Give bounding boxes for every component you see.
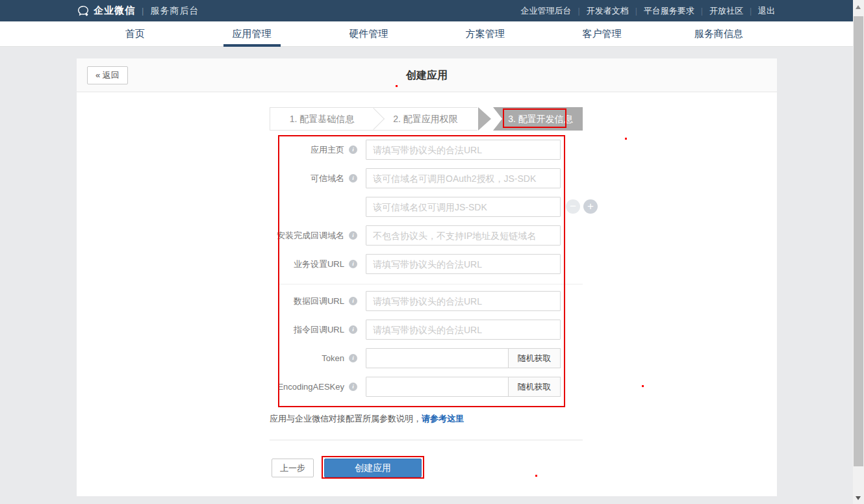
trusted-domain-input[interactable] — [366, 168, 561, 188]
brand-separator: | — [142, 6, 144, 16]
previous-step-button[interactable]: 上一步 — [272, 459, 314, 477]
aeskey-random-button[interactable]: 随机获取 — [508, 377, 561, 397]
top-link-separator: | — [750, 6, 752, 16]
form-row-install-callback-domain: 安装完成回调域名 i — [77, 225, 590, 246]
info-icon[interactable]: i — [349, 354, 357, 362]
main-nav-tabs: 首页 应用管理 硬件管理 方案管理 客户管理 服务商信息 — [77, 21, 777, 47]
tab-customer-management[interactable]: 客户管理 — [544, 21, 661, 47]
step-indicator: 1. 配置基础信息 2. 配置应用权限 3. 配置开发信息 — [270, 107, 583, 131]
top-link-developer-docs[interactable]: 开发者文档 — [587, 5, 629, 17]
tab-app-management-label: 应用管理 — [233, 28, 272, 39]
field-label: 数据回调URL — [77, 291, 344, 311]
info-icon[interactable]: i — [349, 383, 357, 391]
top-link-enterprise-admin[interactable]: 企业管理后台 — [521, 5, 572, 17]
top-link-separator: | — [578, 6, 580, 16]
scroll-down-icon[interactable] — [856, 496, 861, 500]
reference-link[interactable]: 请参考这里 — [422, 414, 464, 423]
tab-hardware-management[interactable]: 硬件管理 — [310, 21, 427, 47]
form-row-command-callback-url: 指令回调URL i — [77, 320, 590, 340]
tab-home[interactable]: 首页 — [77, 21, 194, 47]
field-label: 安装完成回调域名 — [77, 225, 344, 246]
params-note: 应用与企业微信对接配置所属参数说明，请参考这里 — [270, 413, 464, 425]
annotation-dot — [535, 475, 537, 477]
main-nav: 首页 应用管理 硬件管理 方案管理 客户管理 服务商信息 — [0, 21, 853, 47]
top-link-open-community[interactable]: 开放社区 — [709, 5, 743, 17]
form-row-data-callback-url: 数据回调URL i — [77, 291, 590, 311]
brand-area: 企业微信 | 服务商后台 — [77, 5, 199, 18]
back-button-label: 返回 — [103, 70, 120, 80]
business-setting-url-input[interactable] — [366, 254, 561, 274]
annotation-dot — [642, 385, 644, 387]
tab-solution-management[interactable]: 方案管理 — [427, 21, 544, 47]
annotation-dot — [396, 85, 398, 87]
form-row-business-setting-url: 业务设置URL i — [77, 254, 590, 274]
install-callback-domain-input[interactable] — [366, 225, 561, 246]
create-app-card: 创建应用 « 返回 1. 配置基础信息 2. 配置应用权限 3. 配置开发信息 … — [77, 58, 777, 496]
field-label: EncodingAESKey — [77, 377, 344, 397]
back-chevrons-icon: « — [95, 70, 100, 80]
info-icon[interactable]: i — [349, 174, 357, 183]
step-arrow-icon — [478, 107, 491, 131]
step-1-basic-info: 1. 配置基础信息 — [270, 107, 374, 131]
field-label: Token — [77, 348, 344, 368]
vertical-scrollbar[interactable] — [853, 0, 864, 504]
page-title: 创建应用 — [77, 58, 777, 92]
top-link-logout[interactable]: 退出 — [758, 5, 775, 17]
info-icon[interactable]: i — [349, 325, 357, 334]
tab-app-management[interactable]: 应用管理 — [194, 21, 311, 47]
active-tab-underline — [223, 44, 281, 47]
add-domain-button[interactable]: + — [583, 199, 598, 214]
wework-logo-icon — [77, 5, 90, 18]
scroll-up-icon[interactable] — [856, 5, 861, 9]
step-3-dev-info-active: 3. 配置开发信息 — [493, 107, 583, 131]
tab-home-label: 首页 — [125, 28, 145, 39]
form-row-trusted-domain: 可信域名 i — [77, 168, 590, 188]
tab-provider-info-label: 服务商信息 — [694, 28, 743, 39]
tab-provider-info[interactable]: 服务商信息 — [660, 21, 777, 47]
tab-solution-management-label: 方案管理 — [466, 28, 505, 39]
remove-domain-button[interactable]: − — [566, 199, 580, 214]
topbar-links: 企业管理后台 | 开发者文档 | 平台服务要求 | 开放社区 | 退出 — [521, 5, 776, 17]
form-row-token: Token i 随机获取 — [77, 348, 590, 368]
top-link-platform-requirements[interactable]: 平台服务要求 — [644, 5, 694, 17]
field-label: 业务设置URL — [77, 254, 344, 274]
top-link-separator: | — [635, 6, 637, 16]
token-random-button[interactable]: 随机获取 — [508, 348, 561, 368]
field-label: 应用主页 — [77, 140, 344, 160]
tab-customer-management-label: 客户管理 — [583, 28, 622, 39]
top-link-separator: | — [701, 6, 703, 16]
trusted-domain-2-input[interactable] — [366, 197, 561, 217]
form-row-app-homepage: 应用主页 i — [77, 140, 590, 160]
field-label: 可信域名 — [77, 168, 344, 188]
tab-hardware-management-label: 硬件管理 — [349, 28, 388, 39]
back-button[interactable]: « 返回 — [87, 66, 128, 84]
card-header: 创建应用 « 返回 — [77, 58, 777, 92]
form-row-encoding-aeskey: EncodingAESKey i 随机获取 — [77, 377, 590, 397]
page: 企业微信 | 服务商后台 企业管理后台 | 开发者文档 | 平台服务要求 | 开… — [0, 0, 864, 504]
topbar: 企业微信 | 服务商后台 企业管理后台 | 开发者文档 | 平台服务要求 | 开… — [0, 0, 853, 21]
data-callback-url-input[interactable] — [366, 291, 561, 311]
form-section-divider — [279, 284, 583, 284]
create-app-button[interactable]: 创建应用 — [324, 459, 422, 477]
form-row-trusted-domain-2: − + — [77, 197, 590, 217]
step-2-app-permissions: 2. 配置应用权限 — [374, 107, 477, 131]
info-icon[interactable]: i — [349, 260, 357, 268]
info-icon[interactable]: i — [349, 145, 357, 154]
info-icon[interactable]: i — [349, 231, 357, 240]
params-note-text: 应用与企业微信对接配置所属参数说明， — [270, 414, 422, 423]
command-callback-url-input[interactable] — [366, 320, 561, 340]
footer-divider — [270, 440, 583, 440]
annotation-dot — [625, 138, 627, 140]
field-label: 指令回调URL — [77, 320, 344, 340]
app-homepage-input[interactable] — [366, 140, 561, 160]
scrollbar-thumb[interactable] — [854, 16, 863, 466]
brand-title: 企业微信 — [94, 5, 135, 17]
portal-title: 服务商后台 — [150, 5, 199, 17]
info-icon[interactable]: i — [349, 297, 357, 305]
